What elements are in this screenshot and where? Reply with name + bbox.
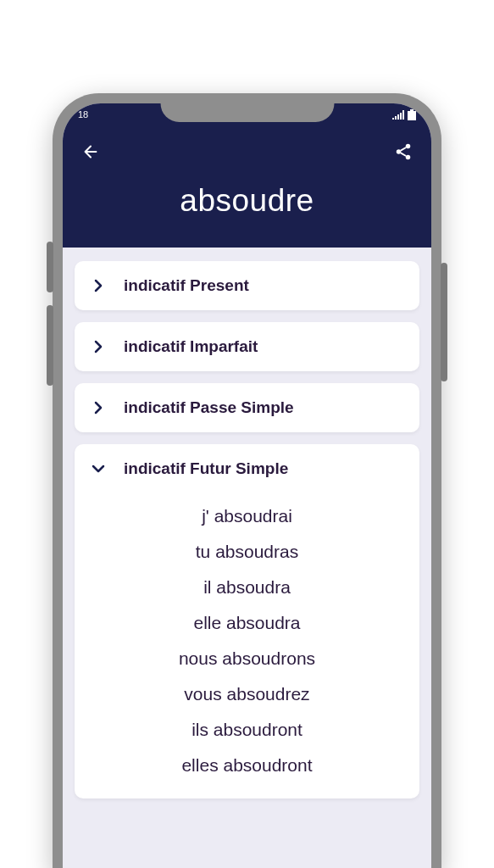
section-title: indicatif Imparfait [124,337,258,356]
battery-icon [408,109,416,120]
section-card: indicatif Passe Simple [75,383,419,432]
screen: 18 absoudre [63,103,431,868]
svg-point-2 [406,144,411,149]
section-card: indicatif Imparfait [75,322,419,371]
chevron-down-icon [90,464,107,474]
side-button [441,263,447,381]
svg-point-4 [406,155,411,160]
section-title: indicatif Passe Simple [124,398,294,417]
notch [160,93,334,122]
conjugation-line: il absoudra [90,570,404,605]
signal-icon [392,110,404,120]
conjugation-line: ils absoudront [90,712,404,748]
section-toggle[interactable]: indicatif Imparfait [75,322,419,371]
section-card: indicatif Futur Simple j' absoudrai tu a… [75,444,419,798]
conjugation-line: elle absoudra [90,605,404,641]
section-toggle[interactable]: indicatif Passe Simple [75,383,419,432]
conjugation-line: tu absoudras [90,534,404,570]
content-area: indicatif Present indicatif Imparfait in… [63,248,431,824]
section-body: j' absoudrai tu absoudras il absoudra el… [75,493,419,798]
conjugation-line: elles absoudront [90,748,404,783]
back-button[interactable] [78,139,103,164]
conjugation-line: nous absoudrons [90,641,404,676]
conjugation-line: j' absoudrai [90,498,404,534]
phone-frame: 18 absoudre [53,93,441,868]
side-button [47,242,53,292]
section-title: indicatif Futur Simple [124,459,288,478]
section-toggle[interactable]: indicatif Futur Simple [75,444,419,493]
section-toggle[interactable]: indicatif Present [75,261,419,310]
chevron-right-icon [90,400,107,415]
app-header: absoudre [63,125,431,248]
svg-point-3 [397,149,402,154]
svg-rect-1 [408,111,416,120]
chevron-right-icon [90,278,107,293]
svg-rect-0 [410,109,414,111]
share-button[interactable] [391,139,416,164]
status-time: 18 [78,109,88,120]
section-card: indicatif Present [75,261,419,310]
chevron-right-icon [90,339,107,354]
page-title: absoudre [78,183,416,219]
conjugation-line: vous absoudrez [90,676,404,712]
side-button [47,305,53,386]
section-title: indicatif Present [124,276,249,295]
